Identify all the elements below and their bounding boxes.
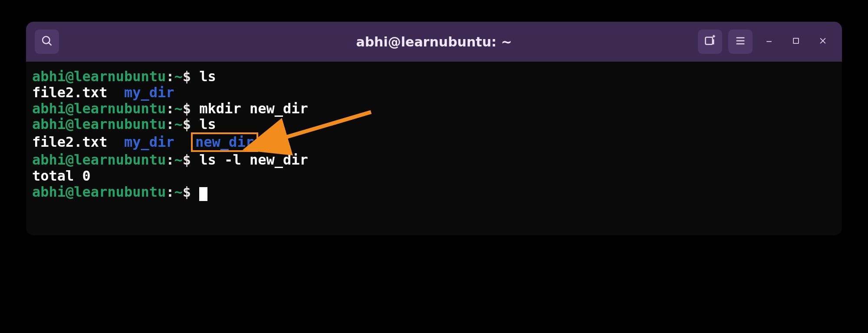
prompt-sep: :	[166, 184, 174, 200]
titlebar-right	[698, 30, 833, 54]
prompt-path: ~	[174, 184, 183, 200]
prompt-user-host: abhi@learnubuntu	[32, 184, 166, 200]
terminal-window: abhi@learnubuntu: ~	[26, 22, 842, 235]
terminal-line: abhi@learnubuntu:~$ ls	[32, 69, 836, 85]
prompt-sep: :	[166, 100, 174, 117]
hamburger-icon	[734, 35, 746, 49]
prompt-user-host: abhi@learnubuntu	[32, 116, 166, 132]
prompt-user-host: abhi@learnubuntu	[32, 100, 166, 117]
terminal-line: abhi@learnubuntu:~$ ls -l new_dir	[32, 152, 836, 168]
dir-entry: my_dir	[124, 84, 174, 101]
window-title: abhi@learnubuntu: ~	[356, 34, 512, 49]
prompt-path: ~	[174, 100, 183, 117]
terminal-line: file2.txt my_dir	[32, 85, 836, 101]
prompt-sep: :	[166, 152, 174, 168]
minimize-button[interactable]	[759, 31, 779, 52]
cursor	[199, 187, 207, 201]
file-entry: file2.txt	[32, 84, 107, 101]
file-entry: file2.txt	[32, 134, 107, 150]
titlebar: abhi@learnubuntu: ~	[26, 22, 842, 62]
prompt-symbol: $	[183, 116, 191, 132]
minimize-icon	[765, 36, 773, 47]
titlebar-left	[35, 30, 59, 54]
prompt-path: ~	[174, 152, 183, 168]
terminal-line: file2.txt my_dir new_dir	[32, 132, 836, 152]
prompt-symbol: $	[183, 184, 191, 200]
maximize-icon	[792, 36, 800, 47]
new-tab-button[interactable]	[698, 30, 722, 54]
prompt-path: ~	[174, 116, 183, 132]
terminal-body[interactable]: abhi@learnubuntu:~$ ls file2.txt my_dir …	[26, 62, 842, 235]
prompt-symbol: $	[183, 68, 191, 85]
search-button[interactable]	[35, 30, 59, 54]
terminal-line: total 0	[32, 168, 836, 184]
command-text: ls	[199, 116, 216, 132]
menu-button[interactable]	[728, 30, 753, 54]
prompt-user-host: abhi@learnubuntu	[32, 68, 166, 85]
svg-rect-2	[706, 37, 713, 44]
prompt-user-host: abhi@learnubuntu	[32, 152, 166, 168]
command-text: ls	[199, 68, 216, 85]
terminal-line: abhi@learnubuntu:~$ mkdir new_dir	[32, 101, 836, 117]
highlighted-dir: new_dir	[191, 132, 258, 152]
terminal-line: abhi@learnubuntu:~$	[32, 184, 836, 200]
dir-entry: my_dir	[124, 134, 174, 150]
output-text: total 0	[32, 168, 91, 184]
prompt-symbol: $	[183, 152, 191, 168]
prompt-sep: :	[166, 116, 174, 132]
maximize-button[interactable]	[786, 31, 806, 52]
command-text: ls -l new_dir	[199, 152, 308, 168]
svg-point-0	[43, 36, 49, 43]
prompt-sep: :	[166, 68, 174, 85]
close-button[interactable]	[812, 31, 833, 52]
prompt-symbol: $	[183, 100, 191, 117]
terminal-line: abhi@learnubuntu:~$ ls	[32, 116, 836, 132]
search-icon	[41, 35, 53, 49]
new-tab-icon	[704, 35, 716, 49]
command-text: mkdir new_dir	[199, 100, 308, 117]
close-icon	[819, 36, 827, 47]
svg-rect-9	[793, 38, 799, 43]
prompt-path: ~	[174, 68, 183, 85]
svg-line-1	[49, 43, 51, 45]
